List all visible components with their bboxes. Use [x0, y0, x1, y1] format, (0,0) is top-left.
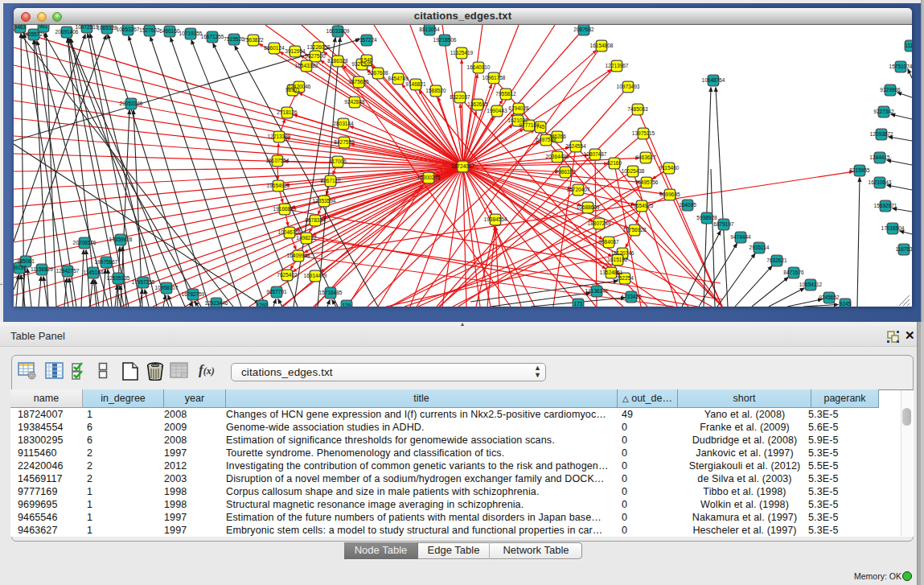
svg-text:5938928: 5938928 [696, 215, 717, 220]
svg-text:7563822: 7563822 [243, 37, 264, 43]
svg-text:745: 745 [536, 124, 545, 130]
svg-text:7632621: 7632621 [766, 257, 787, 263]
svg-text:1527602: 1527602 [139, 27, 160, 33]
svg-text:13524851: 13524851 [600, 270, 623, 275]
svg-text:1065328: 1065328 [97, 25, 117, 31]
svg-text:10973493: 10973493 [617, 84, 640, 89]
svg-text:3624554: 3624554 [565, 143, 586, 149]
svg-text:129: 129 [343, 303, 351, 307]
svg-text:9227342: 9227342 [873, 109, 894, 114]
svg-text:10807487: 10807487 [584, 151, 607, 157]
svg-text:10025438: 10025438 [622, 168, 645, 174]
svg-text:10046766: 10046766 [278, 229, 302, 235]
svg-text:9899695: 9899695 [659, 192, 680, 197]
svg-text:16640910: 16640910 [467, 64, 491, 70]
svg-text:19654925: 19654925 [267, 183, 290, 188]
svg-text:39159: 39159 [14, 265, 27, 270]
svg-text:16210643: 16210643 [869, 179, 892, 185]
svg-text:15751074: 15751074 [889, 64, 912, 69]
svg-text:7485063: 7485063 [627, 106, 648, 112]
svg-text:12353594: 12353594 [313, 198, 336, 204]
svg-text:2718126: 2718126 [277, 109, 298, 115]
svg-text:9245652: 9245652 [819, 295, 840, 300]
svg-text:15300275: 15300275 [417, 175, 441, 180]
svg-text:1362615: 1362615 [467, 101, 488, 107]
svg-text:9242848: 9242848 [344, 99, 365, 105]
svg-text:12213967: 12213967 [606, 63, 629, 68]
svg-text:19654925: 19654925 [630, 203, 654, 208]
svg-text:173: 173 [574, 301, 583, 307]
svg-text:9084067: 9084067 [598, 239, 619, 245]
svg-text:1112: 1112 [905, 43, 912, 48]
svg-text:8660124: 8660124 [264, 45, 285, 51]
svg-text:9474444: 9474444 [730, 234, 751, 240]
svg-text:20364436: 20364436 [546, 154, 569, 159]
svg-text:18807249: 18807249 [588, 220, 611, 226]
svg-text:10719155: 10719155 [179, 31, 203, 36]
svg-text:252254: 252254 [616, 275, 634, 281]
svg-text:11156829: 11156829 [31, 266, 53, 272]
svg-text:8427552: 8427552 [334, 139, 355, 145]
svg-text:8878334: 8878334 [305, 217, 326, 223]
svg-text:1990443: 1990443 [487, 108, 507, 113]
svg-text:17016504: 17016504 [881, 225, 905, 231]
svg-text:19166829: 19166829 [273, 206, 297, 212]
svg-text:1588520: 1588520 [425, 88, 446, 93]
svg-text:16782759: 16782759 [182, 291, 205, 297]
svg-text:7955812: 7955812 [495, 91, 516, 97]
svg-text:16409948: 16409948 [287, 253, 310, 258]
svg-text:116753: 116753 [895, 246, 912, 252]
svg-text:9329966: 9329966 [880, 87, 901, 93]
svg-text:16914479: 16914479 [304, 273, 327, 278]
svg-text:8322037: 8322037 [450, 94, 470, 100]
svg-text:15716485: 15716485 [319, 290, 343, 295]
svg-text:9245: 9245 [840, 301, 852, 307]
svg-text:417006: 417006 [329, 159, 347, 164]
svg-text:18724007: 18724007 [451, 163, 474, 169]
svg-text:164095: 164095 [679, 202, 696, 208]
svg-text:8267110: 8267110 [321, 178, 341, 183]
svg-text:7625402: 7625402 [277, 272, 298, 278]
svg-text:20053346: 20053346 [120, 101, 143, 106]
svg-text:22420046: 22420046 [288, 84, 311, 89]
svg-text:16107554: 16107554 [266, 158, 290, 163]
svg-text:2803144: 2803144 [333, 121, 354, 126]
svg-text:3912954: 3912954 [285, 48, 306, 54]
svg-text:19975867: 19975867 [95, 259, 118, 265]
svg-text:1292: 1292 [257, 303, 269, 307]
svg-text:1145194: 1145194 [84, 270, 104, 275]
svg-text:19756928: 19756928 [623, 227, 647, 233]
svg-text:9657791: 9657791 [266, 289, 287, 295]
svg-text:16033809: 16033809 [326, 28, 350, 34]
svg-text:9463: 9463 [14, 25, 27, 30]
svg-text:16671355: 16671355 [201, 34, 224, 39]
svg-text:17359928: 17359928 [109, 237, 133, 242]
svg-text:14136141: 14136141 [585, 288, 609, 294]
svg-text:8813054: 8813054 [419, 27, 440, 32]
svg-text:10648764: 10648764 [702, 77, 725, 83]
svg-text:16154808: 16154808 [590, 43, 614, 48]
svg-text:16495756: 16495756 [635, 179, 659, 185]
svg-text:14055721: 14055721 [23, 31, 46, 37]
svg-text:11325419: 11325419 [450, 50, 474, 56]
svg-text:9327500: 9327500 [305, 53, 326, 59]
svg-text:1498222: 1498222 [296, 235, 317, 241]
svg-text:20691406: 20691406 [55, 29, 79, 35]
svg-text:62160: 62160 [607, 160, 622, 166]
svg-text:10688609: 10688609 [577, 204, 600, 210]
svg-text:12505135: 12505135 [107, 275, 130, 281]
svg-text:1615192: 1615192 [607, 257, 628, 262]
svg-text:12923446: 12923446 [205, 300, 228, 306]
svg-text:17957255: 17957255 [132, 279, 155, 285]
svg-text:10654112: 10654112 [799, 282, 823, 287]
svg-text:1244415: 1244415 [869, 154, 890, 160]
svg-text:6879197: 6879197 [713, 221, 734, 227]
svg-text:2935114: 2935114 [749, 245, 770, 250]
svg-text:2367608: 2367608 [368, 70, 388, 76]
svg-text:9146821: 9146821 [405, 81, 426, 87]
svg-text:6497568: 6497568 [536, 137, 556, 142]
svg-text:19218506: 19218506 [433, 37, 457, 43]
svg-text:8454749: 8454749 [388, 76, 409, 81]
svg-text:15720407: 15720407 [567, 187, 590, 192]
svg-text:16543382: 16543382 [295, 63, 318, 68]
